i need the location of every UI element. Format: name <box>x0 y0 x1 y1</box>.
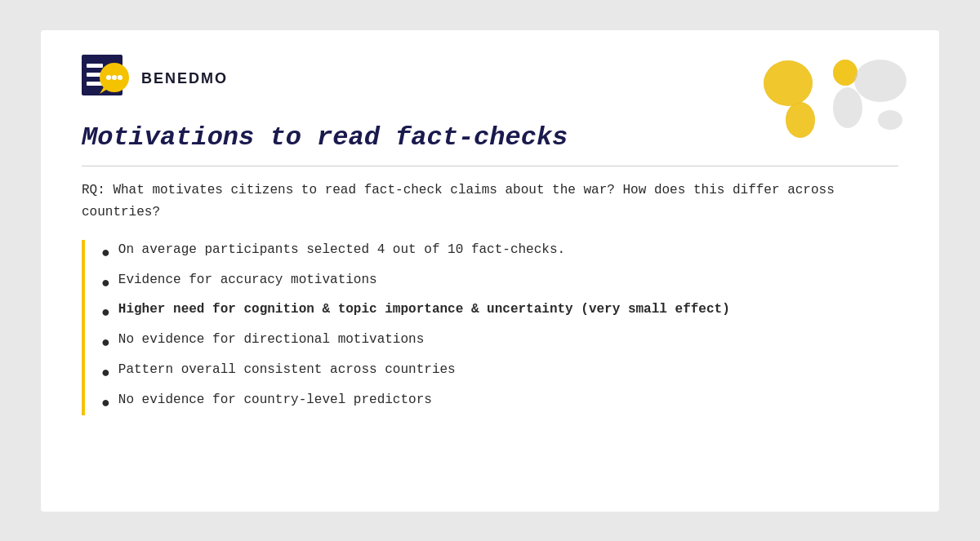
logo-icon <box>82 55 135 104</box>
svg-point-6 <box>106 75 111 80</box>
bullet-text-4: Pattern overall consistent across countr… <box>118 360 456 381</box>
svg-rect-1 <box>87 64 103 68</box>
svg-point-16 <box>854 60 906 102</box>
bullet-dot: ● <box>101 272 110 295</box>
bullet-dot: ● <box>101 242 110 265</box>
svg-point-15 <box>833 87 862 128</box>
bullet-dot: ● <box>101 392 110 415</box>
svg-point-14 <box>833 60 858 86</box>
bullet-item: ●On average participants selected 4 out … <box>101 240 898 265</box>
bullet-list: ●On average participants selected 4 out … <box>82 240 898 415</box>
slide-container: BENEDMO Motivations <box>41 30 939 512</box>
divider-line <box>82 166 898 166</box>
map-container <box>751 38 915 153</box>
bullet-dot: ● <box>101 331 110 355</box>
svg-point-12 <box>786 102 815 138</box>
svg-point-7 <box>112 75 117 80</box>
bullet-text-3: No evidence for directional motivations <box>118 330 424 351</box>
bullet-text-5: No evidence for country-level predictors <box>118 390 432 411</box>
logo-text: BENEDMO <box>141 70 228 87</box>
svg-point-17 <box>878 110 902 130</box>
bullet-text-0: On average participants selected 4 out o… <box>118 240 565 261</box>
bullet-dot: ● <box>101 361 110 385</box>
bullet-item: ●No evidence for directional motivations <box>101 330 898 355</box>
world-map-svg <box>751 38 915 153</box>
bullet-item: ●No evidence for country-level predictor… <box>101 390 898 415</box>
bullet-text-1: Evidence for accuracy motivations <box>118 270 377 291</box>
bullet-text-2: Higher need for cognition & topic import… <box>118 299 730 321</box>
rq-text: RQ: What motivates citizens to read fact… <box>82 180 898 224</box>
svg-point-10 <box>764 60 813 106</box>
bullet-item: ●Higher need for cognition & topic impor… <box>101 299 898 325</box>
svg-point-8 <box>118 75 122 80</box>
bullet-item: ●Pattern overall consistent across count… <box>101 360 898 385</box>
bullet-dot: ● <box>101 301 110 325</box>
logo: BENEDMO <box>82 55 228 104</box>
bullet-item: ●Evidence for accuracy motivations <box>101 270 898 295</box>
